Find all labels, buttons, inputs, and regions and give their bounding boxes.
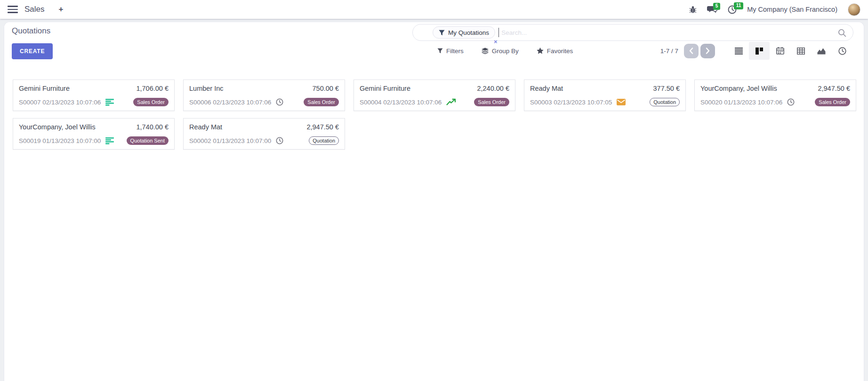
order-amount: 2,947.50 €	[818, 85, 850, 92]
text-cursor	[498, 28, 499, 37]
customer-name: Ready Mat	[189, 123, 222, 131]
pager-and-views: 1-7 / 7	[660, 42, 852, 60]
card-header: Lumber Inc 750.00 €	[189, 85, 339, 92]
card-header: Gemini Furniture 2,240.00 €	[360, 85, 509, 92]
trend-up-icon	[446, 98, 456, 106]
content-panel: Quotations CREATE My Quotations Search..…	[4, 22, 864, 381]
order-amount: 750.00 €	[313, 85, 339, 92]
calendar-view-button[interactable]	[770, 42, 790, 60]
search-options: Filters Group By Favorites	[437, 42, 573, 60]
view-switcher	[728, 42, 852, 60]
order-amount: 377.50 €	[653, 85, 680, 92]
activity-lines-icon-button[interactable]	[105, 137, 114, 144]
order-reference: S00004 02/13/2023 10:07:06	[360, 99, 442, 106]
search-icon[interactable]	[838, 29, 846, 39]
activity-lines-icon	[105, 137, 114, 144]
kanban-icon	[755, 48, 763, 55]
order-reference: S00007 02/13/2023 10:07:06	[19, 99, 101, 106]
order-amount: 1,740.00 €	[136, 123, 169, 131]
activity-view-button[interactable]	[832, 42, 852, 60]
activities-clock-icon[interactable]: 11	[728, 5, 737, 14]
messages-count-badge: 5	[713, 3, 720, 10]
app-name[interactable]: Sales	[24, 5, 45, 14]
list-view-button[interactable]	[728, 42, 749, 60]
quotation-card[interactable]: Ready Mat 2,947.50 € S00002 01/13/2023 1…	[183, 118, 345, 150]
order-reference: S00020 01/13/2023 10:07:06	[700, 99, 782, 106]
card-header: YourCompany, Joel Willis 2,947.50 €	[700, 85, 850, 92]
customer-name: Lumber Inc	[189, 85, 224, 92]
envelope-icon-button[interactable]	[617, 99, 626, 105]
apps-menu-icon[interactable]	[8, 6, 18, 13]
filter-icon	[437, 48, 443, 54]
card-header: Ready Mat 2,947.50 €	[189, 123, 339, 131]
status-badge: Sales Order	[474, 98, 509, 106]
order-reference: S00002 01/13/2023 10:07:00	[189, 137, 271, 144]
filters-button[interactable]: Filters	[437, 48, 464, 55]
customer-name: Ready Mat	[530, 85, 563, 92]
favorites-button[interactable]: Favorites	[537, 48, 573, 55]
card-footer: S00004 02/13/2023 10:07:06 Sales Order	[360, 98, 509, 106]
card-header: YourCompany, Joel Willis 1,740.00 €	[19, 123, 169, 131]
activities-count-badge: 11	[734, 2, 743, 9]
trend-up-icon-button[interactable]	[446, 98, 456, 106]
card-footer: S00007 02/13/2023 10:07:06 Sales Order	[19, 98, 169, 106]
activity-lines-icon-button[interactable]	[105, 99, 114, 106]
quotation-card[interactable]: Gemini Furniture 2,240.00 € S00004 02/13…	[354, 79, 515, 111]
filter-funnel-icon	[439, 30, 445, 36]
quotation-card[interactable]: YourCompany, Joel Willis 1,740.00 € S000…	[13, 118, 175, 150]
clock-icon	[276, 137, 283, 144]
create-button[interactable]: CREATE	[12, 43, 53, 59]
kanban-view-button[interactable]	[749, 42, 770, 60]
calendar-icon	[776, 47, 784, 55]
plus-icon[interactable]: +	[59, 5, 64, 14]
clock-icon-button[interactable]	[787, 98, 795, 106]
pivot-table-icon	[797, 48, 805, 55]
status-badge: Sales Order	[815, 98, 850, 106]
quotation-card[interactable]: Gemini Furniture 1,706.00 € S00007 02/13…	[13, 79, 175, 111]
customer-name: Gemini Furniture	[360, 85, 410, 92]
envelope-icon	[617, 99, 626, 105]
status-badge: Quotation Sent	[127, 136, 169, 145]
group-by-label: Group By	[492, 48, 519, 55]
customer-name: YourCompany, Joel Willis	[700, 85, 777, 92]
facet-remove-icon[interactable]: ×	[494, 38, 498, 45]
status-badge: Sales Order	[133, 98, 169, 106]
pager-next-button[interactable]	[700, 44, 715, 58]
chevron-right-icon	[706, 48, 710, 54]
clock-icon	[787, 98, 795, 106]
favorites-label: Favorites	[547, 48, 573, 55]
status-badge: Sales Order	[304, 98, 339, 106]
area-chart-icon	[817, 48, 826, 55]
pager-value: 1-7 / 7	[660, 48, 678, 55]
order-amount: 2,240.00 €	[477, 85, 509, 92]
search-bar[interactable]: My Quotations Search... ×	[412, 24, 853, 41]
facet-label: My Quotations	[448, 29, 489, 36]
clock-icon-button[interactable]	[276, 137, 283, 144]
order-amount: 2,947.50 €	[306, 123, 339, 131]
debug-bug-icon[interactable]	[689, 6, 697, 14]
quotation-card[interactable]: Ready Mat 377.50 € S00003 02/13/2023 10:…	[524, 79, 686, 111]
customer-name: Gemini Furniture	[19, 85, 70, 92]
card-footer: S00019 01/13/2023 10:07:00 Quotation Sen…	[19, 136, 169, 145]
clock-icon-button[interactable]	[276, 98, 283, 106]
status-badge: Quotation	[309, 136, 339, 145]
kanban-card-grid: Gemini Furniture 1,706.00 € S00007 02/13…	[13, 79, 856, 150]
pivot-view-button[interactable]	[790, 42, 811, 60]
filters-label: Filters	[446, 48, 464, 55]
status-badge: Quotation	[650, 98, 680, 106]
company-switcher[interactable]: My Company (San Francisco)	[747, 6, 837, 13]
quotation-card[interactable]: Lumber Inc 750.00 € S00006 02/13/2023 10…	[183, 79, 345, 111]
pager-previous-button[interactable]	[684, 44, 699, 58]
card-footer: S00003 02/13/2023 10:07:05 Quotation	[530, 98, 680, 106]
layers-icon	[482, 48, 489, 55]
messages-icon[interactable]: 5	[707, 6, 717, 14]
graph-view-button[interactable]	[811, 42, 832, 60]
activity-lines-icon	[105, 99, 114, 106]
quotation-card[interactable]: YourCompany, Joel Willis 2,947.50 € S000…	[694, 79, 856, 111]
group-by-button[interactable]: Group By	[482, 48, 519, 55]
user-avatar[interactable]	[848, 3, 860, 16]
order-reference: S00019 01/13/2023 10:07:00	[19, 137, 101, 144]
search-facet-my-quotations[interactable]: My Quotations	[433, 26, 495, 39]
search-input[interactable]: Search...	[501, 29, 527, 36]
star-icon	[537, 48, 544, 54]
